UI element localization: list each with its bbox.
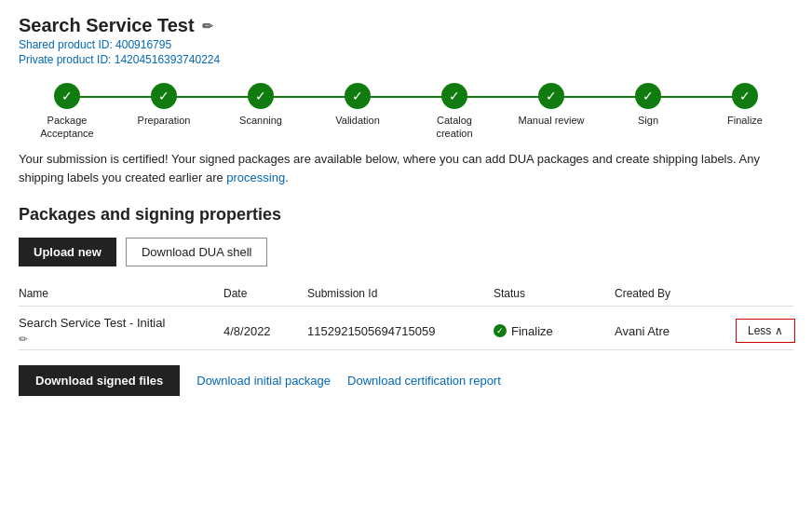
edit-title-icon[interactable]: ✏ — [202, 19, 213, 34]
pipeline-step-2: ✓Scanning — [212, 83, 309, 127]
shared-product-id: Shared product ID: 400916795 — [19, 38, 793, 51]
step-label-5: Manual review — [519, 114, 585, 127]
status-text: Finalize — [511, 324, 553, 338]
page-header: Search Service Test ✏ Shared product ID:… — [19, 15, 793, 66]
pipeline-step-7: ✓Finalize — [697, 83, 793, 127]
row-created-by: Avani Atre — [615, 324, 736, 338]
pipeline-step-1: ✓Preparation — [115, 83, 212, 127]
row-less-cell: Less ∧ — [736, 319, 812, 343]
step-label-6: Sign — [638, 114, 658, 127]
row-name-text: Search Service Test - Initial — [19, 316, 223, 330]
info-text: Your submission is certified! Your signe… — [19, 150, 793, 189]
table-row: Search Service Test - Initial ✏ 4/8/2022… — [19, 307, 793, 350]
section-title: Packages and signing properties — [19, 205, 793, 225]
private-product-id: Private product ID: 14204516393740224 — [19, 53, 793, 66]
col-date: Date — [223, 287, 307, 300]
step-circle-4: ✓ — [441, 83, 467, 109]
col-name: Name — [19, 287, 223, 300]
row-edit-icon[interactable]: ✏ — [19, 333, 223, 346]
step-circle-0: ✓ — [54, 83, 80, 109]
processing-link[interactable]: processing — [226, 171, 285, 184]
less-label: Less — [748, 324, 771, 337]
col-action — [736, 287, 812, 300]
download-cert-link[interactable]: Download certification report — [347, 374, 501, 388]
step-circle-6: ✓ — [635, 83, 661, 109]
download-signed-button[interactable]: Download signed files — [19, 365, 180, 396]
chevron-up-icon: ∧ — [775, 324, 783, 337]
col-created-by: Created By — [615, 287, 736, 300]
pipeline-step-5: ✓Manual review — [503, 83, 600, 127]
step-circle-5: ✓ — [538, 83, 564, 109]
status-check-icon: ✓ — [494, 324, 507, 337]
upload-new-button[interactable]: Upload new — [19, 238, 116, 266]
less-button[interactable]: Less ∧ — [736, 319, 795, 343]
page-title: Search Service Test ✏ — [19, 15, 793, 36]
step-circle-7: ✓ — [732, 83, 758, 109]
step-label-4: Catalog creation — [436, 114, 472, 141]
pipeline-step-3: ✓Validation — [309, 83, 406, 127]
row-submission-id: 1152921505694715059 — [307, 324, 494, 338]
step-label-0: Package Acceptance — [40, 114, 93, 141]
row-date: 4/8/2022 — [223, 324, 307, 338]
title-text: Search Service Test — [19, 15, 195, 36]
row-status: ✓ Finalize — [494, 324, 615, 338]
download-dua-button[interactable]: Download DUA shell — [126, 238, 268, 266]
step-label-1: Preparation — [138, 114, 191, 127]
col-submission-id: Submission Id — [307, 287, 494, 300]
step-circle-2: ✓ — [248, 83, 274, 109]
step-label-3: Validation — [335, 114, 380, 127]
pipeline-step-4: ✓Catalog creation — [406, 83, 503, 141]
action-row: Download signed files Download initial p… — [19, 365, 793, 396]
pipeline: ✓Package Acceptance✓Preparation✓Scanning… — [19, 83, 793, 141]
row-name-cell: Search Service Test - Initial ✏ — [19, 316, 223, 346]
pipeline-step-0: ✓Package Acceptance — [19, 83, 115, 141]
button-row: Upload new Download DUA shell — [19, 238, 793, 266]
col-status: Status — [494, 287, 615, 300]
download-initial-link[interactable]: Download initial package — [196, 374, 331, 388]
step-circle-3: ✓ — [345, 83, 371, 109]
step-label-2: Scanning — [239, 114, 282, 127]
step-label-7: Finalize — [727, 114, 763, 127]
pipeline-step-6: ✓Sign — [600, 83, 697, 127]
step-circle-1: ✓ — [151, 83, 177, 109]
table-header: Name Date Submission Id Status Created B… — [19, 281, 793, 307]
